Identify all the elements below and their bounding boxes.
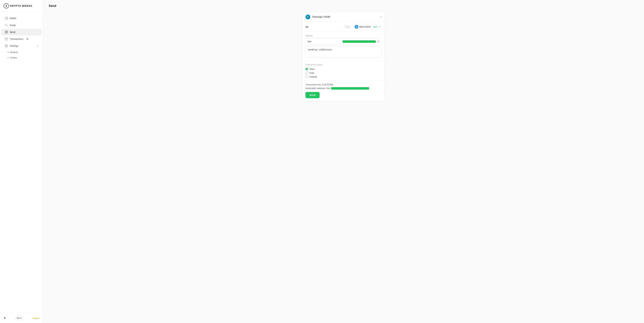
fast-radio-circle <box>306 72 308 74</box>
sidebar-nav: Wallet Swap Send <box>0 12 43 313</box>
sidebar-item-transactions[interactable]: Transactions 0 <box>2 36 42 42</box>
svg-point-3 <box>7 18 7 19</box>
speed-slow-option[interactable]: Slow <box>306 68 382 70</box>
transactions-icon <box>5 38 8 41</box>
theme-toggle-icon[interactable]: ☀ <box>4 316 6 320</box>
sidebar-item-chains[interactable]: Chains <box>2 55 42 60</box>
address-prefix: thor <box>308 40 341 43</box>
general-dot-icon <box>8 52 8 53</box>
settings-chevron-icon: ▾ <box>37 45 38 47</box>
transaction-speed-section: Transaction speed Slow Fast Fastest <box>302 61 385 80</box>
sidebar-item-send[interactable]: Send <box>2 29 42 35</box>
address-label: address <box>306 35 382 37</box>
fastest-label: Fastest <box>310 75 317 78</box>
token-name: BSC/USDC <box>360 26 371 28</box>
max-button[interactable]: max <box>344 25 351 29</box>
sidebar-item-wallet-label: Wallet <box>10 17 16 20</box>
chains-dot-icon <box>8 57 8 58</box>
language-label: EN <box>17 317 20 319</box>
address-section: address thor ⊞ sending stablecoin <box>302 32 385 61</box>
swap-icon <box>5 24 8 27</box>
fee-label: Transaction fee: <box>306 83 322 86</box>
synth-badge: synth <box>372 26 378 28</box>
sidebar-item-general[interactable]: General <box>2 50 42 55</box>
transaction-speed-label: Transaction speed <box>306 64 382 66</box>
destination-address-row: Destination address: thor <box>306 87 382 90</box>
sidebar-item-swap-label: Swap <box>10 24 16 27</box>
transactions-badge: 0 <box>26 38 29 40</box>
sidebar-item-wallet[interactable]: Wallet <box>2 15 42 22</box>
dest-label: Destination address: <box>306 87 326 90</box>
language-selector[interactable]: EN ▾ <box>15 316 23 320</box>
token-icon: $ <box>354 25 358 29</box>
amount-row: max $ BSC/USDC synth ▾ <box>302 22 385 32</box>
page-title: Send <box>49 4 638 8</box>
logout-button[interactable]: Logout <box>32 317 40 319</box>
slow-radio-dot <box>306 68 308 70</box>
chains-label: Chains <box>10 57 17 59</box>
settings-icon <box>5 44 8 48</box>
send-icon <box>5 31 8 34</box>
sidebar: ₿ KRYPTO WIEDZA Wallet Swa <box>0 0 43 323</box>
wallet-icon <box>5 17 8 20</box>
slow-label: Slow <box>310 68 314 70</box>
speed-radio-group: Slow Fast Fastest <box>306 68 382 78</box>
asset-name: Thorchain THOR <box>312 16 330 18</box>
summary-section: Transaction fee: 0.02 RUNE Destination a… <box>302 80 385 101</box>
logo-text: KRYPTO WIEDZA <box>10 5 32 7</box>
memo-input[interactable]: sending stablecoin <box>306 47 382 58</box>
slow-radio-circle <box>306 68 308 70</box>
svg-text:₿: ₿ <box>6 5 7 7</box>
fast-label: Fast <box>310 72 314 74</box>
send-button[interactable]: Send <box>306 92 320 98</box>
address-input-row: thor ⊞ <box>306 38 382 45</box>
asset-icon: ⚡ <box>306 15 310 19</box>
fastest-radio-circle <box>306 75 308 78</box>
sidebar-item-swap[interactable]: Swap <box>2 22 42 29</box>
speed-fastest-option[interactable]: Fastest <box>306 75 382 78</box>
logo-icon: ₿ <box>4 3 9 9</box>
svg-point-11 <box>6 46 7 47</box>
token-selector[interactable]: $ BSC/USDC synth ▾ <box>353 24 382 30</box>
lang-chevron-icon: ▾ <box>20 317 22 319</box>
main-content: Send ⚡ Thorchain THOR ▾ max $ BSC/USDC s… <box>43 0 644 323</box>
qr-icon[interactable]: ⊞ <box>377 40 380 43</box>
sidebar-item-settings[interactable]: Settings ▾ <box>2 43 42 49</box>
sidebar-item-send-label: Send <box>10 31 15 34</box>
fee-value: 0.02 RUNE <box>322 83 334 86</box>
sidebar-footer: ☀ EN ▾ Logout <box>0 313 43 323</box>
sidebar-item-transactions-label: Transactions <box>10 38 24 40</box>
fee-text: Transaction fee: 0.02 RUNE <box>306 83 382 86</box>
asset-selector[interactable]: ⚡ Thorchain THOR ▾ <box>302 12 385 22</box>
send-form-card: ⚡ Thorchain THOR ▾ max $ BSC/USDC synth … <box>302 12 385 101</box>
token-chevron-icon: ▾ <box>379 25 380 28</box>
general-label: General <box>10 51 18 54</box>
amount-input[interactable] <box>306 25 342 28</box>
address-green-bar <box>342 40 376 43</box>
dest-prefix: thor <box>327 87 330 90</box>
dest-green-bar <box>331 87 369 90</box>
logo: ₿ KRYPTO WIEDZA <box>0 0 43 12</box>
asset-chevron-icon: ▾ <box>380 16 382 18</box>
settings-label: Settings <box>10 45 18 47</box>
speed-fast-option[interactable]: Fast <box>306 72 382 74</box>
